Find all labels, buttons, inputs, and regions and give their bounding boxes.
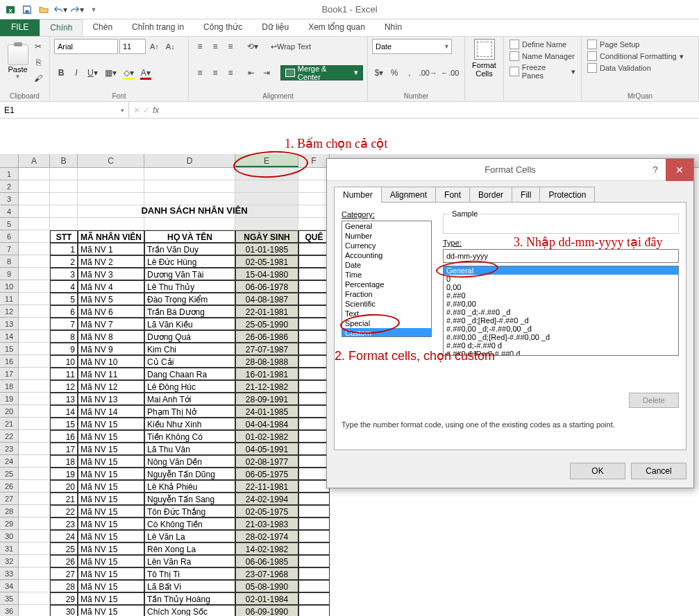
cell[interactable]: 13 — [50, 393, 78, 405]
cell[interactable]: Lê Văn La — [144, 530, 235, 542]
cell[interactable] — [19, 343, 50, 355]
cell[interactable]: Lê Đông Húc — [144, 380, 235, 393]
cell[interactable] — [19, 405, 50, 418]
cell[interactable] — [298, 418, 330, 430]
paste-button[interactable]: Paste ▼ — [4, 39, 31, 85]
tab-formulas[interactable]: Công thức — [194, 19, 252, 36]
row-header[interactable]: 17 — [0, 368, 19, 380]
format-item[interactable]: #.##0,00 — [444, 300, 678, 308]
wrap-text-button[interactable]: ↩ Wrap Text — [268, 39, 314, 54]
cell[interactable] — [19, 205, 50, 218]
row-header[interactable]: 28 — [0, 505, 19, 517]
cell[interactable]: Tôn Đức Thắng — [144, 505, 235, 517]
cell[interactable]: 16 — [50, 430, 78, 443]
save-icon[interactable] — [19, 2, 35, 17]
cell[interactable] — [235, 218, 298, 230]
select-all-corner[interactable] — [0, 154, 19, 167]
cell[interactable] — [298, 380, 330, 393]
conditional-formatting-button[interactable]: Conditional Formatting ▾ — [586, 51, 694, 62]
cell[interactable]: Mã NV 9 — [78, 343, 144, 355]
cell[interactable]: Mã NV 15 — [78, 530, 144, 542]
cell[interactable]: 18 — [50, 455, 78, 468]
cell[interactable] — [298, 193, 330, 205]
cell[interactable] — [19, 305, 50, 318]
cell[interactable]: Mã NV 15 — [78, 418, 144, 430]
cell[interactable]: Mã NV 4 — [78, 280, 144, 293]
increase-font-icon[interactable]: A↑ — [147, 39, 162, 54]
cell[interactable]: 06-09-1990 — [235, 605, 298, 616]
row-header[interactable]: 3 — [0, 193, 19, 205]
cell[interactable] — [298, 493, 330, 505]
cell[interactable] — [298, 567, 330, 580]
cell[interactable]: 24-01-1985 — [235, 405, 298, 418]
align-middle-icon[interactable]: ≡ — [208, 39, 222, 54]
cell[interactable]: 8 — [50, 330, 78, 343]
fx-icon[interactable]: fx — [153, 105, 159, 115]
cell[interactable]: MÃ NHÂN VIÊN — [78, 230, 144, 243]
cell[interactable] — [298, 468, 330, 480]
cell[interactable] — [19, 530, 50, 542]
cell[interactable]: 3 — [50, 268, 78, 280]
row-header[interactable]: 18 — [0, 380, 19, 393]
cell[interactable]: 21 — [50, 493, 78, 505]
cell[interactable] — [235, 193, 298, 205]
open-icon[interactable] — [36, 2, 51, 17]
category-item[interactable]: Fraction — [342, 289, 431, 299]
font-size-combo[interactable] — [119, 39, 146, 54]
cell[interactable]: Mã NV 15 — [78, 455, 144, 468]
cell[interactable] — [298, 592, 330, 605]
cell[interactable] — [298, 542, 330, 555]
cell[interactable]: 24 — [50, 530, 78, 542]
cell[interactable]: 22-11-1981 — [235, 480, 298, 493]
cell[interactable] — [298, 368, 330, 380]
cell[interactable] — [298, 355, 330, 368]
row-header[interactable]: 1 — [0, 168, 19, 180]
dialog-tab-font[interactable]: Font — [435, 187, 470, 203]
cell[interactable] — [19, 592, 50, 605]
cell[interactable]: Kim Chi — [144, 343, 235, 355]
row-header[interactable]: 33 — [0, 567, 19, 580]
cell[interactable]: 17 — [50, 443, 78, 455]
cell[interactable]: 28 — [50, 580, 78, 592]
cell[interactable] — [19, 555, 50, 567]
cell[interactable]: 11 — [50, 368, 78, 380]
freeze-panes-button[interactable]: Freeze Panes ▾ — [508, 62, 577, 80]
ok-button[interactable]: OK — [570, 463, 625, 479]
row-header[interactable]: 26 — [0, 480, 19, 493]
cell[interactable]: 02-08-1977 — [235, 455, 298, 468]
cell[interactable]: Mã NV 15 — [78, 468, 144, 480]
row-header[interactable]: 29 — [0, 517, 19, 530]
category-item[interactable]: Special — [342, 318, 431, 328]
row-header[interactable]: 14 — [0, 330, 19, 343]
cell[interactable]: Nông Văn Dền — [144, 455, 235, 468]
cancel-formula-icon[interactable]: ✕ — [133, 105, 140, 115]
cell[interactable]: 26 — [50, 555, 78, 567]
cell[interactable]: 27 — [50, 567, 78, 580]
dialog-help-icon[interactable]: ? — [645, 164, 666, 175]
category-item[interactable]: Time — [342, 270, 431, 280]
row-header[interactable]: 20 — [0, 405, 19, 418]
cell[interactable] — [298, 293, 330, 305]
cell[interactable]: 7 — [50, 318, 78, 330]
align-center-icon[interactable]: ≡ — [208, 65, 222, 80]
name-manager-button[interactable]: Name Manager — [508, 51, 577, 62]
cell[interactable] — [19, 318, 50, 330]
increase-decimal-icon[interactable]: .00→ — [418, 65, 439, 80]
cell[interactable]: Lã Bất Vi — [144, 580, 235, 592]
cell[interactable]: 28-02-1974 — [235, 530, 298, 542]
cell[interactable]: Mã NV 2 — [78, 255, 144, 268]
cell[interactable]: Dương Văn Tài — [144, 268, 235, 280]
border-icon[interactable]: ▦▾ — [102, 65, 119, 80]
row-header[interactable]: 7 — [0, 243, 19, 255]
dialog-tab-fill[interactable]: Fill — [512, 187, 540, 203]
cell[interactable] — [298, 168, 330, 180]
category-item[interactable]: Date — [342, 260, 431, 270]
cell[interactable]: 01-02-1982 — [235, 430, 298, 443]
cell[interactable]: Lê Khả Phiêu — [144, 480, 235, 493]
format-item[interactable]: 0 — [444, 275, 678, 283]
cell[interactable] — [19, 505, 50, 517]
row-header[interactable]: 2 — [0, 180, 19, 193]
row-header[interactable]: 12 — [0, 305, 19, 318]
cell[interactable]: Mã NV 15 — [78, 517, 144, 530]
cell[interactable]: 02-05-1981 — [235, 255, 298, 268]
